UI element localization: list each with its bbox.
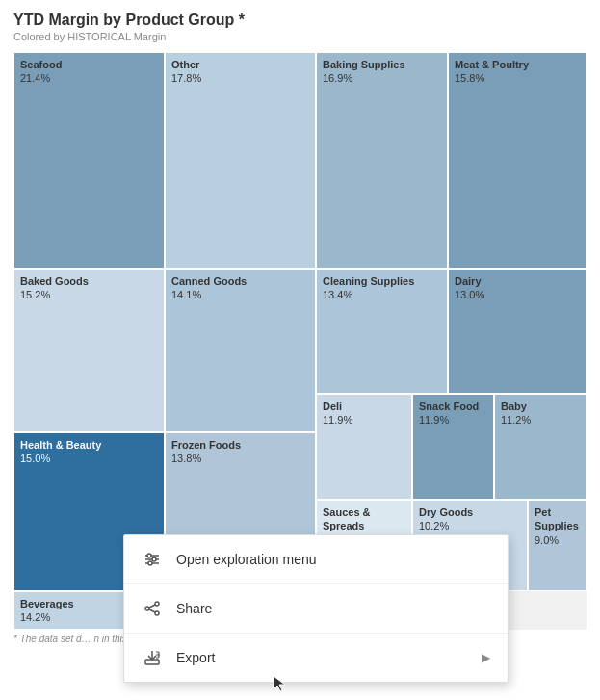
cell-value: 14.2% <box>20 610 127 624</box>
cell-label: Meat & Poultry <box>455 58 580 71</box>
cell-value: 15.0% <box>20 452 158 465</box>
cell-value: 10.2% <box>419 519 521 532</box>
cell-label: Seafood <box>20 58 158 71</box>
cell-value: 13.8% <box>171 452 309 465</box>
treemap-cell-pet-supplies[interactable]: Pet Supplies9.0% <box>528 500 587 591</box>
cursor <box>272 674 287 693</box>
treemap-cell-deli[interactable]: Deli11.9% <box>316 394 412 500</box>
page-wrapper: YTD Margin by Product Group * Colored by… <box>0 0 600 700</box>
cell-value: 21.4% <box>20 71 158 85</box>
cell-label: Beverages <box>20 597 127 610</box>
svg-point-6 <box>155 602 159 606</box>
cell-value: 15.8% <box>455 71 580 85</box>
menu-item-label: Export <box>176 650 215 665</box>
cell-label: Sauces & Spreads <box>323 506 405 533</box>
treemap-cell-other[interactable]: Other17.8% <box>165 52 316 269</box>
cell-label: Baby <box>501 400 580 413</box>
svg-point-3 <box>147 554 151 557</box>
cell-label: Pet Supplies <box>535 506 580 533</box>
menu-item-share[interactable]: Share <box>124 584 508 634</box>
treemap-cell-meat-poultry[interactable]: Meat & Poultry15.8% <box>448 52 587 269</box>
menu-item-arrow: ▶ <box>482 651 490 664</box>
cell-value: 13.0% <box>455 288 580 301</box>
cell-value: 9.0% <box>535 533 580 547</box>
svg-point-5 <box>148 561 152 565</box>
treemap-cell-seafood[interactable]: Seafood21.4% <box>13 52 165 269</box>
cell-label: Other <box>171 58 309 71</box>
cell-label: Snack Food <box>419 400 487 413</box>
treemap-cell-baby[interactable]: Baby11.2% <box>494 394 587 500</box>
treemap-cell-dairy[interactable]: Dairy13.0% <box>448 269 587 394</box>
treemap-cell-baking-supplies[interactable]: Baking Supplies16.9% <box>316 52 448 269</box>
chart-subtitle: Colored by HISTORICAL Margin <box>13 31 587 42</box>
cell-value: 13.4% <box>323 288 441 301</box>
export-icon <box>142 647 163 668</box>
cell-label: Dry Goods <box>419 506 521 519</box>
cell-label: Frozen Foods <box>171 438 309 452</box>
treemap-cell-cleaning-supplies[interactable]: Cleaning Supplies13.4% <box>316 269 448 394</box>
cell-value: 11.9% <box>419 413 487 427</box>
cell-label: Dairy <box>455 274 580 288</box>
menu-item-open-exploration[interactable]: Open exploration menu <box>124 535 508 584</box>
treemap-cell-baked-goods[interactable]: Baked Goods15.2% <box>13 269 165 432</box>
cell-value: 16.9% <box>323 71 441 85</box>
cell-label: Cleaning Supplies <box>323 274 441 288</box>
cell-value: 11.9% <box>323 413 405 427</box>
sliders-icon <box>142 549 163 570</box>
cell-value: 11.2% <box>501 413 580 427</box>
cell-value: 17.8% <box>171 71 309 85</box>
svg-point-8 <box>155 611 159 615</box>
cell-value: 14.1% <box>171 288 309 301</box>
svg-line-9 <box>149 605 155 608</box>
cell-label: Baked Goods <box>20 274 158 288</box>
cell-label: Canned Goods <box>171 274 309 288</box>
chart-title: YTD Margin by Product Group * <box>13 12 587 29</box>
menu-item-export[interactable]: Export▶ <box>124 634 508 682</box>
svg-line-10 <box>149 609 155 612</box>
cell-label: Deli <box>323 400 405 413</box>
treemap-cell-beverages[interactable]: Beverages14.2% <box>13 591 134 630</box>
share-icon <box>142 598 163 619</box>
menu-item-label: Share <box>176 601 212 616</box>
cell-label: Baking Supplies <box>323 58 441 71</box>
treemap-cell-snack-food[interactable]: Snack Food11.9% <box>412 394 494 500</box>
cell-value: 15.2% <box>20 288 158 301</box>
svg-point-7 <box>145 607 149 610</box>
cell-label: Health & Beauty <box>20 438 158 452</box>
treemap-cell-canned-goods[interactable]: Canned Goods14.1% <box>165 269 316 432</box>
svg-point-4 <box>152 557 156 561</box>
menu-item-label: Open exploration menu <box>176 552 317 567</box>
context-menu: Open exploration menu Share Export▶ <box>123 534 509 683</box>
